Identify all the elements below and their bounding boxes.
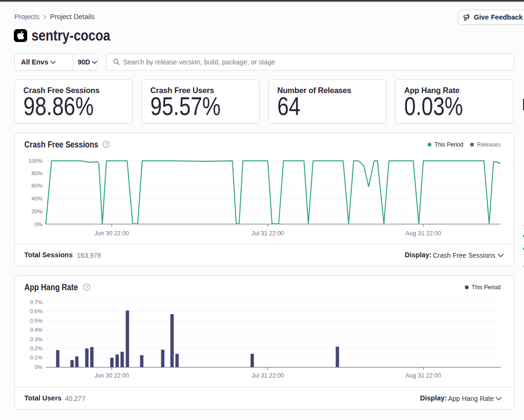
svg-text:Aug 31 22:00: Aug 31 22:00 <box>406 372 441 379</box>
svg-text:Aug 31 22:00: Aug 31 22:00 <box>406 230 441 237</box>
svg-text:0.7%: 0.7% <box>30 299 42 305</box>
svg-text:0.2%: 0.2% <box>30 346 42 351</box>
svg-text:0.5%: 0.5% <box>30 318 42 324</box>
svg-text:0.1%: 0.1% <box>30 355 42 360</box>
svg-text:0%: 0% <box>34 364 42 370</box>
svg-text:20%: 20% <box>31 209 42 214</box>
svg-text:40%: 40% <box>31 196 42 201</box>
svg-text:0%: 0% <box>34 221 42 227</box>
svg-text:Jun 30 22:00: Jun 30 22:00 <box>94 230 129 237</box>
svg-text:80%: 80% <box>31 170 42 176</box>
svg-text:Jul 31 22:00: Jul 31 22:00 <box>252 372 284 379</box>
svg-text:0.4%: 0.4% <box>30 327 42 333</box>
svg-text:0.6%: 0.6% <box>30 308 42 314</box>
svg-text:Jul 31 22:00: Jul 31 22:00 <box>252 230 284 237</box>
svg-text:0.3%: 0.3% <box>30 336 42 342</box>
svg-text:60%: 60% <box>31 183 42 189</box>
svg-text:100%: 100% <box>29 158 42 164</box>
svg-text:Jun 30 22:00: Jun 30 22:00 <box>94 372 129 379</box>
